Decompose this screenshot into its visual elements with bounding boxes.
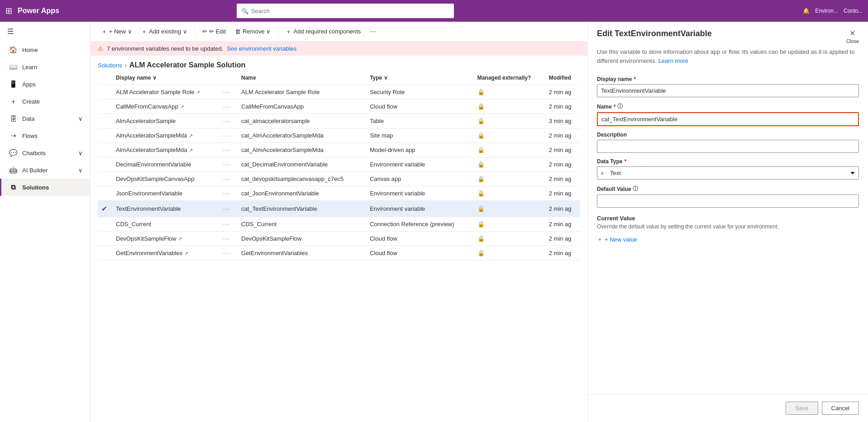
row-more-btn[interactable]: ··· (219, 246, 238, 261)
table-row[interactable]: CallMeFromCanvasApp ↗···CallMeFromCanvas… (98, 100, 580, 114)
sidebar-item-chatbots[interactable]: 💬 Chatbots ∨ (0, 144, 90, 161)
row-more-btn[interactable]: ··· (219, 157, 238, 172)
table-row[interactable]: DevOpsKitSampleFlow ↗···DevOpsKitSampleF… (98, 232, 580, 246)
edit-button[interactable]: ✏ ✏ Edit (199, 26, 229, 37)
more-button[interactable]: ··· (366, 26, 379, 38)
row-more-btn[interactable]: ··· (219, 232, 238, 246)
col-modified[interactable]: Modified (545, 71, 580, 85)
display-name-input[interactable] (597, 84, 859, 97)
sidebar-item-ai-builder[interactable]: 🤖 AI Builder ∨ (0, 161, 90, 179)
row-checkbox[interactable] (98, 128, 112, 143)
notification-icon[interactable]: 🔔 (803, 8, 810, 14)
sidebar-item-create-label: Create (22, 98, 40, 105)
row-display-name: JsonEnvironmentVariable (112, 186, 219, 201)
default-value-info-icon[interactable]: ⓘ (633, 185, 638, 193)
row-checkbox[interactable] (98, 217, 112, 232)
search-input[interactable] (251, 8, 449, 14)
default-value-input[interactable] (597, 194, 859, 208)
col-name[interactable]: Name (238, 71, 366, 85)
row-internal-name: cat_TextEnvironmentVariable (238, 201, 366, 217)
table-row[interactable]: AlmAcceleratorSample···cat_almaccelerato… (98, 114, 580, 128)
col-managed[interactable]: Managed externally? (474, 71, 545, 85)
description-input[interactable] (597, 140, 859, 153)
breadcrumb-parent[interactable]: Solutions (98, 62, 122, 69)
row-checkbox[interactable] (98, 100, 112, 114)
cancel-button[interactable]: Cancel (822, 402, 859, 415)
row-more-btn[interactable]: ··· (219, 186, 238, 201)
warning-link[interactable]: See environment variables (227, 45, 296, 52)
col-type[interactable]: Type ∨ (366, 71, 473, 85)
new-button[interactable]: ＋ + New ∨ (98, 26, 136, 38)
panel-close-button[interactable]: ✕ Close (846, 29, 859, 44)
add-existing-button[interactable]: ＋ Add existing ∨ (138, 26, 191, 38)
row-modified: 2 min ag (545, 157, 580, 172)
row-checkbox[interactable]: ✔ (98, 201, 112, 217)
row-checkbox[interactable] (98, 232, 112, 246)
table-row[interactable]: GetEnvironmentVariables ↗···GetEnvironme… (98, 246, 580, 261)
table-row[interactable]: DevOpsKitSampleCanvasApp···cat_devopskit… (98, 172, 580, 186)
row-locked: 🔒 (474, 201, 545, 217)
sidebar-item-home-label: Home (22, 47, 38, 53)
table-row[interactable]: ALM Accelerator Sample Role ↗···ALM Acce… (98, 85, 580, 100)
row-more-btn[interactable]: ··· (219, 217, 238, 232)
row-more-btn[interactable]: ··· (219, 201, 238, 217)
lock-icon: 🔒 (477, 190, 485, 197)
table-row[interactable]: DecimalEnvironmentVariable···cat_Decimal… (98, 157, 580, 172)
row-type: Security Role (366, 85, 473, 100)
new-icon: ＋ (101, 28, 107, 36)
row-more-btn[interactable]: ··· (219, 114, 238, 128)
row-more-btn[interactable]: ··· (219, 172, 238, 186)
user-label: Conto... (844, 8, 863, 14)
row-checkbox[interactable] (98, 246, 112, 261)
data-type-select[interactable]: Text Number Boolean JSON Data source (597, 166, 859, 180)
external-link-icon: ↗ (184, 251, 188, 256)
table-row[interactable]: AlmAcceleratorSampleMda ↗···cat_AlmAccel… (98, 128, 580, 143)
external-link-icon: ↗ (178, 236, 182, 242)
name-input[interactable] (597, 112, 859, 126)
sidebar-item-apps[interactable]: 📱 Apps (0, 76, 90, 93)
row-checkbox[interactable] (98, 186, 112, 201)
grid-icon[interactable]: ⊞ (5, 6, 12, 16)
hamburger-button[interactable]: ☰ (0, 22, 90, 41)
add-required-button[interactable]: ＋ Add required components (282, 26, 364, 38)
sidebar-item-flows-label: Flows (22, 133, 38, 139)
row-display-name: CDS_Current (112, 217, 219, 232)
table-row[interactable]: AlmAcceleratorSampleMda ↗···cat_AlmAccel… (98, 143, 580, 157)
row-type: Connection Reference (preview) (366, 217, 473, 232)
warning-text: 7 environment variables need to be updat… (107, 45, 223, 52)
sidebar-item-data[interactable]: 🗄 Data ∨ (0, 110, 90, 127)
new-value-button[interactable]: ＋ + New value (597, 233, 637, 245)
row-more-btn[interactable]: ··· (219, 100, 238, 114)
table-row[interactable]: ✔TextEnvironmentVariable···cat_TextEnvir… (98, 201, 580, 217)
row-checkbox[interactable] (98, 114, 112, 128)
row-display-name: AlmAcceleratorSampleMda ↗ (112, 128, 219, 143)
row-checkbox[interactable] (98, 172, 112, 186)
table-area: Display name ∨ Name Type ∨ Managed exter… (91, 71, 587, 422)
table-row[interactable]: JsonEnvironmentVariable···cat_JsonEnviro… (98, 186, 580, 201)
col-display-name[interactable]: Display name ∨ (112, 71, 219, 85)
lock-icon: 🔒 (477, 221, 485, 228)
row-type: Cloud flow (366, 246, 473, 261)
row-checkbox[interactable] (98, 157, 112, 172)
sidebar-item-create[interactable]: ＋ Create (0, 93, 90, 110)
data-type-icon: ≡ (601, 170, 604, 176)
row-more-btn[interactable]: ··· (219, 128, 238, 143)
learn-more-link[interactable]: Learn more (658, 57, 688, 64)
sidebar-item-learn[interactable]: 📖 Learn (0, 58, 90, 76)
sidebar-item-home[interactable]: 🏠 Home (0, 41, 90, 58)
sidebar-item-solutions[interactable]: ⧉ Solutions (0, 179, 90, 196)
panel-header: Edit TextEnvironmentVariable ✕ Close (588, 22, 868, 44)
remove-button[interactable]: 🗑 Remove ∨ (231, 26, 274, 37)
row-checkbox[interactable] (98, 85, 112, 100)
sidebar-item-flows[interactable]: ⇢ Flows (0, 127, 90, 144)
save-button[interactable]: Save (786, 402, 818, 415)
name-info-icon[interactable]: ⓘ (617, 103, 623, 110)
row-checkbox[interactable] (98, 143, 112, 157)
table-row[interactable]: CDS_Current···CDS_CurrentConnection Refe… (98, 217, 580, 232)
row-more-btn[interactable]: ··· (219, 143, 238, 157)
warning-icon: ⚠ (98, 45, 103, 52)
row-more-btn[interactable]: ··· (219, 85, 238, 100)
display-name-label: Display name * (597, 76, 859, 82)
col-checkbox[interactable] (98, 71, 112, 85)
chevron-down-icon: ∨ (78, 115, 83, 122)
